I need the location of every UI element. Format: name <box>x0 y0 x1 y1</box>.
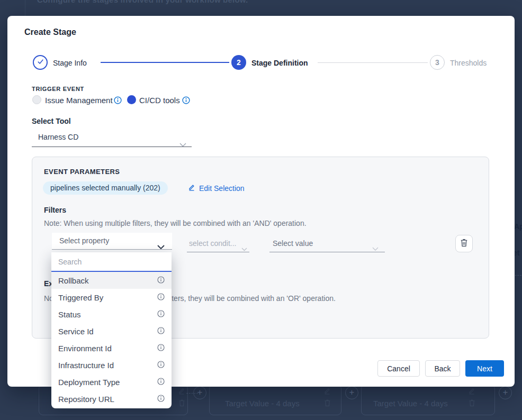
step-number: 3 <box>435 58 439 67</box>
info-icon[interactable] <box>182 96 190 104</box>
dropdown-item-label: Service Id <box>58 327 94 336</box>
tool-select[interactable]: Harness CD <box>32 128 192 147</box>
property-select[interactable]: Select property <box>52 233 172 250</box>
info-icon[interactable] <box>157 361 165 370</box>
next-button[interactable]: Next <box>465 360 504 377</box>
background-text-fragment: Ap <box>514 222 522 231</box>
step-label-stage-definition: Stage Definition <box>251 59 308 67</box>
dropdown-item-label: Environment Id <box>58 344 112 353</box>
filters-note: Note: When using multiple filters, they … <box>44 219 307 227</box>
stepper-connector <box>318 62 428 63</box>
edit-pencil-icon <box>188 184 195 193</box>
dropdown-item-rollback[interactable]: Rollback <box>51 272 172 289</box>
cancel-button-label: Cancel <box>387 364 410 373</box>
radio-label-cicd-tools: CI/CD tools <box>139 96 180 105</box>
background-heading: Configure the stages involved in your wo… <box>37 0 248 4</box>
step-label-thresholds: Thresholds <box>450 59 487 67</box>
tool-select-value: Harness CD <box>38 133 78 141</box>
event-parameters-title: EVENT PARAMETERS <box>44 168 120 176</box>
condition-select[interactable]: select condit... <box>187 236 249 252</box>
pencil-icon <box>468 387 475 397</box>
screen: Configure the stages involved in your wo… <box>0 0 522 420</box>
info-icon[interactable] <box>157 327 165 336</box>
pencil-icon <box>323 387 331 397</box>
trash-icon <box>178 399 185 409</box>
condition-select-placeholder: select condit... <box>189 239 237 248</box>
info-icon[interactable] <box>157 378 165 387</box>
property-select-placeholder: Select property <box>59 236 109 245</box>
search-input[interactable] <box>51 252 172 271</box>
trash-icon <box>469 399 475 409</box>
filters-title: Filters <box>44 206 66 214</box>
back-button-label: Back <box>434 364 451 373</box>
info-icon[interactable] <box>157 276 165 285</box>
background-card-label: Target Value - 4 days <box>373 399 448 408</box>
background-card-label: Target Value - 4 days <box>225 399 300 408</box>
trash-icon <box>324 399 331 409</box>
step-stage-definition[interactable]: 2 <box>231 55 246 70</box>
property-dropdown-menu: Rollback Triggered By Status Service Id … <box>51 252 172 408</box>
stepper-connector <box>101 62 229 63</box>
info-icon[interactable] <box>114 96 122 104</box>
select-tool-label: Select Tool <box>32 117 71 125</box>
info-icon[interactable] <box>157 310 165 319</box>
dropdown-search <box>51 252 172 272</box>
dropdown-item-infrastructure-id[interactable]: Infrastructure Id <box>51 357 172 373</box>
cancel-button[interactable]: Cancel <box>377 360 420 377</box>
background-divider <box>25 0 25 16</box>
back-button[interactable]: Back <box>425 360 460 377</box>
dropdown-item-label: Rollback <box>58 276 89 285</box>
radio-cicd-tools[interactable] <box>127 95 136 104</box>
dropdown-item-status[interactable]: Status <box>51 306 172 323</box>
radio-label-issue-management: Issue Management <box>45 96 113 105</box>
chevron-down-icon <box>372 242 379 255</box>
dropdown-item-deployment-type[interactable]: Deployment Type <box>51 373 172 390</box>
radio-issue-management[interactable] <box>32 95 41 104</box>
plus-icon: + <box>499 386 512 399</box>
step-stage-info[interactable] <box>33 55 48 70</box>
info-icon[interactable] <box>157 293 165 302</box>
check-icon <box>37 58 44 67</box>
value-select[interactable]: Select value <box>269 236 385 252</box>
pencil-icon <box>178 387 185 397</box>
plus-icon: + <box>345 386 358 399</box>
info-icon[interactable] <box>157 395 165 404</box>
dropdown-item-environment-id[interactable]: Environment Id <box>51 340 172 357</box>
chevron-down-icon <box>179 135 186 154</box>
edit-selection-label: Edit Selection <box>199 184 245 193</box>
value-select-placeholder: Select value <box>273 239 313 248</box>
step-number: 2 <box>237 58 241 67</box>
chevron-down-icon <box>241 242 247 255</box>
trigger-event-label: TRIGGER EVENT <box>32 86 84 92</box>
step-thresholds[interactable]: 3 <box>430 55 445 70</box>
dropdown-item-label: Deployment Type <box>58 378 120 387</box>
dropdown-item-triggered-by[interactable]: Triggered By <box>51 289 172 306</box>
step-label-stage-info: Stage Info <box>53 59 87 67</box>
dropdown-item-label: Repository URL <box>58 395 114 404</box>
dropdown-item-service-id[interactable]: Service Id <box>51 323 172 340</box>
dropdown-item-label: Status <box>58 310 81 319</box>
plus-icon: + <box>193 386 206 399</box>
dropdown-item-label: Infrastructure Id <box>58 361 114 370</box>
trash-icon <box>460 238 468 249</box>
modal-title: Create Stage <box>24 28 76 37</box>
delete-filter-button[interactable] <box>455 235 473 252</box>
dropdown-item-repository-url[interactable]: Repository URL <box>51 390 172 407</box>
dropdown-item-label: Triggered By <box>58 293 103 302</box>
next-button-label: Next <box>477 364 492 373</box>
edit-selection-link[interactable]: Edit Selection <box>188 184 245 193</box>
info-icon[interactable] <box>157 344 165 353</box>
selection-pill: pipelines selected manually (202) <box>43 181 168 195</box>
